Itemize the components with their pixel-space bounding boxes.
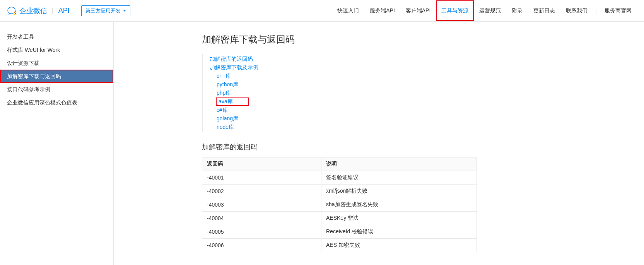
nav-server-api[interactable]: 服务端API bbox=[364, 0, 400, 21]
brand-text: 企业微信 bbox=[19, 6, 47, 15]
cell-code: -40002 bbox=[202, 185, 321, 198]
svg-point-2 bbox=[15, 13, 16, 14]
toc-downloads[interactable]: 加解密库下载及示例 bbox=[210, 63, 601, 72]
sidebar-item-darkmode[interactable]: 企业微信应用深色模式色值表 bbox=[0, 96, 113, 109]
dev-type-dropdown[interactable]: 第三方应用开发 bbox=[81, 5, 130, 16]
nav-quickstart[interactable]: 快速入门 bbox=[332, 0, 364, 21]
cell-desc: ReceiveId 校验错误 bbox=[321, 225, 477, 239]
top-nav: 快速入门 服务端API 客户端API 工具与资源 运营规范 附录 更新日志 联系… bbox=[332, 0, 644, 21]
api-label[interactable]: API bbox=[58, 7, 70, 15]
toc-csharp[interactable]: c#库 bbox=[217, 106, 228, 115]
nav-client-api[interactable]: 客户端API bbox=[400, 0, 436, 21]
chevron-down-icon bbox=[123, 10, 126, 12]
dropdown-label: 第三方应用开发 bbox=[85, 7, 121, 14]
cell-desc: 签名验证错误 bbox=[321, 171, 477, 185]
table-row: -40002 xml/json解析失败 bbox=[202, 185, 477, 198]
cell-code: -40003 bbox=[202, 198, 321, 212]
return-codes-table: 返回码 说明 -40001 签名验证错误 -40002 xml/json解析失败… bbox=[202, 157, 477, 252]
sidebar-item-devtools[interactable]: 开发者工具 bbox=[0, 30, 113, 43]
table-of-contents: 加解密库的返回码 加解密库下载及示例 c++库 python库 php库 jav… bbox=[202, 54, 601, 132]
toc-java[interactable]: java库 bbox=[216, 97, 249, 106]
toc-php[interactable]: php库 bbox=[217, 89, 231, 97]
sidebar: 开发者工具 样式库 WeUI for Work 设计资源下载 加解密库下载与返回… bbox=[0, 22, 114, 265]
cell-code: -40004 bbox=[202, 212, 321, 225]
cell-code: -40006 bbox=[202, 239, 321, 252]
table-row: -40001 签名验证错误 bbox=[202, 171, 477, 185]
toc-sublist: c++库 python库 php库 java库 c#库 golang库 node… bbox=[210, 72, 601, 132]
sidebar-item-code-samples[interactable]: 接口代码参考示例 bbox=[0, 83, 113, 96]
cell-desc: sha加密生成签名失败 bbox=[321, 198, 477, 212]
cell-desc: AES 加密失败 bbox=[321, 239, 477, 252]
logo[interactable]: 企业微信 bbox=[7, 6, 47, 16]
nav-separator: | bbox=[593, 8, 599, 14]
main-content: 加解密库下载与返回码 加解密库的返回码 加解密库下载及示例 c++库 pytho… bbox=[114, 22, 601, 265]
table-row: -40005 ReceiveId 校验错误 bbox=[202, 225, 477, 239]
nav-changelog[interactable]: 更新日志 bbox=[528, 0, 560, 21]
svg-point-1 bbox=[15, 10, 16, 12]
logo-divider: | bbox=[52, 7, 54, 15]
table-row: -40003 sha加密生成签名失败 bbox=[202, 198, 477, 212]
th-desc: 说明 bbox=[321, 157, 477, 171]
toc-golang[interactable]: golang库 bbox=[217, 115, 238, 123]
nav-contact[interactable]: 联系我们 bbox=[560, 0, 593, 21]
cell-code: -40001 bbox=[202, 171, 321, 185]
toc-node[interactable]: node库 bbox=[217, 123, 234, 132]
nav-operations[interactable]: 运营规范 bbox=[474, 0, 506, 21]
cell-desc: AESKey 非法 bbox=[321, 212, 477, 225]
layout: 开发者工具 样式库 WeUI for Work 设计资源下载 加解密库下载与返回… bbox=[0, 22, 644, 265]
logo-icon bbox=[7, 6, 17, 16]
cell-desc: xml/json解析失败 bbox=[321, 185, 477, 198]
page-title: 加解密库下载与返回码 bbox=[202, 33, 601, 46]
nav-appendix[interactable]: 附录 bbox=[506, 0, 528, 21]
table-row: -40006 AES 加密失败 bbox=[202, 239, 477, 252]
header: 企业微信 | API 第三方应用开发 快速入门 服务端API 客户端API 工具… bbox=[0, 0, 644, 22]
th-code: 返回码 bbox=[202, 157, 321, 171]
toc-python[interactable]: python库 bbox=[217, 80, 238, 89]
nav-tools-resources[interactable]: 工具与资源 bbox=[436, 0, 474, 21]
sidebar-item-design[interactable]: 设计资源下载 bbox=[0, 56, 113, 70]
sidebar-item-weui[interactable]: 样式库 WeUI for Work bbox=[0, 43, 113, 56]
toc-cpp[interactable]: c++库 bbox=[217, 72, 231, 80]
svg-point-3 bbox=[14, 14, 15, 15]
table-header-row: 返回码 说明 bbox=[202, 157, 477, 171]
section-return-codes-title: 加解密库的返回码 bbox=[202, 142, 601, 152]
cell-code: -40005 bbox=[202, 225, 321, 239]
table-row: -40004 AESKey 非法 bbox=[202, 212, 477, 225]
nav-provider-site[interactable]: 服务商官网 bbox=[599, 0, 637, 21]
svg-point-0 bbox=[14, 12, 15, 13]
sidebar-item-crypto[interactable]: 加解密库下载与返回码 bbox=[0, 70, 113, 83]
toc-return-codes[interactable]: 加解密库的返回码 bbox=[210, 55, 601, 63]
